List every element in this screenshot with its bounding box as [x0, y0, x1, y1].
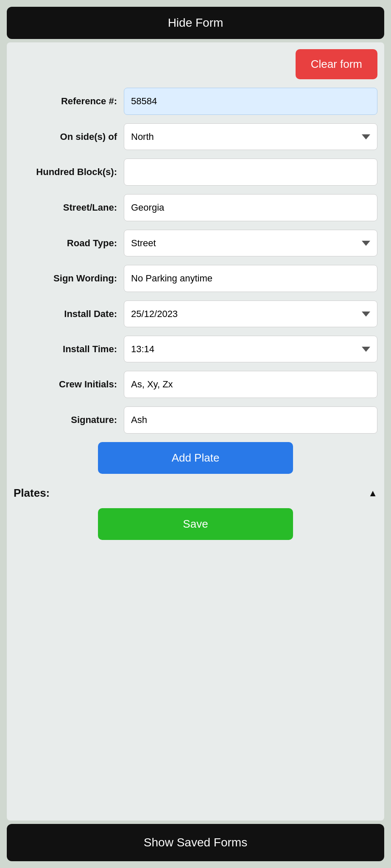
plates-row: Plates: ▲: [14, 482, 377, 508]
show-saved-forms-button[interactable]: Show Saved Forms: [7, 824, 384, 861]
sign-wording-label: Sign Wording:: [14, 273, 124, 284]
street-lane-row: Street/Lane:: [14, 194, 377, 221]
hide-form-button[interactable]: Hide Form: [7, 7, 384, 39]
on-sides-select[interactable]: North South East West: [124, 123, 377, 150]
reference-input[interactable]: [124, 88, 377, 115]
signature-label: Signature:: [14, 415, 124, 426]
crew-initials-input[interactable]: [124, 371, 377, 398]
install-time-select[interactable]: 13:14: [124, 336, 377, 362]
signature-row: Signature:: [14, 406, 377, 434]
crew-initials-label: Crew Initials:: [14, 379, 124, 390]
sign-wording-input[interactable]: [124, 265, 377, 292]
install-date-label: Install Date:: [14, 309, 124, 320]
signature-input[interactable]: [124, 406, 377, 434]
install-date-select[interactable]: 25/12/2023: [124, 300, 377, 327]
street-lane-label: Street/Lane:: [14, 202, 124, 213]
sign-wording-row: Sign Wording:: [14, 265, 377, 292]
crew-initials-row: Crew Initials:: [14, 371, 377, 398]
install-time-label: Install Time:: [14, 344, 124, 355]
hundred-block-input[interactable]: [124, 159, 377, 186]
reference-label: Reference #:: [14, 96, 124, 107]
on-sides-label: On side(s) of: [14, 131, 124, 142]
road-type-label: Road Type:: [14, 238, 124, 249]
hundred-block-row: Hundred Block(s):: [14, 159, 377, 186]
road-type-row: Road Type: Street Avenue Boulevard Lane …: [14, 230, 377, 256]
add-plate-button[interactable]: Add Plate: [98, 442, 293, 474]
clear-form-button[interactable]: Clear form: [296, 49, 377, 79]
install-date-row: Install Date: 25/12/2023: [14, 300, 377, 327]
save-button[interactable]: Save: [98, 508, 293, 540]
hundred-block-label: Hundred Block(s):: [14, 167, 124, 178]
clear-form-row: Clear form: [14, 49, 377, 79]
plates-label: Plates:: [14, 487, 50, 500]
street-lane-input[interactable]: [124, 194, 377, 221]
on-sides-row: On side(s) of North South East West: [14, 123, 377, 150]
reference-row: Reference #:: [14, 88, 377, 115]
form-container: Clear form Reference #: On side(s) of No…: [7, 42, 384, 821]
plates-collapse-icon[interactable]: ▲: [368, 488, 377, 499]
install-time-row: Install Time: 13:14: [14, 336, 377, 362]
road-type-select[interactable]: Street Avenue Boulevard Lane Drive: [124, 230, 377, 256]
